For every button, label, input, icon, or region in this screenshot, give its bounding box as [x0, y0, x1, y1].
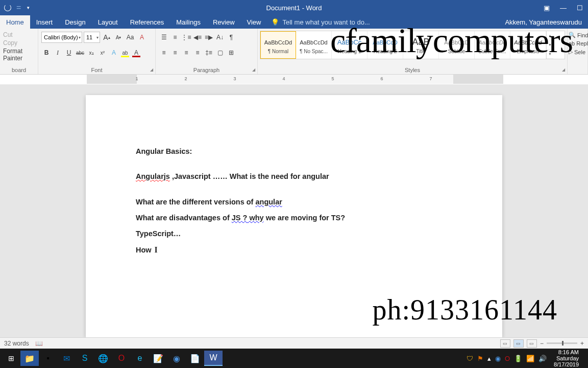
- increase-indent-button[interactable]: ≡▶: [204, 32, 214, 43]
- word-count[interactable]: 32 words: [4, 340, 29, 347]
- horizontal-ruler[interactable]: 1 2 3 4 5 6 7: [87, 75, 503, 84]
- subscript-button[interactable]: x₂: [86, 47, 96, 58]
- tab-references[interactable]: References: [124, 15, 170, 29]
- taskbar-notes[interactable]: 📝: [149, 351, 167, 366]
- tab-view[interactable]: View: [241, 15, 267, 29]
- justify-button[interactable]: ≡: [192, 47, 203, 58]
- text-effects-button[interactable]: A: [109, 47, 119, 58]
- tray-volume-icon[interactable]: 🔊: [538, 355, 547, 362]
- style-heading1[interactable]: AaBbCcHeading 1: [332, 31, 368, 59]
- sort-button[interactable]: A↓: [215, 32, 225, 43]
- font-dialog-launcher[interactable]: ◢: [150, 67, 153, 72]
- tab-layout[interactable]: Layout: [92, 15, 124, 29]
- taskbar-outlook[interactable]: ✉: [57, 351, 76, 366]
- shrink-font-button[interactable]: A▾: [113, 32, 124, 43]
- read-mode-button[interactable]: ▭: [500, 339, 510, 348]
- qat-customize[interactable]: ▼: [26, 6, 30, 10]
- numbering-button[interactable]: ≡: [170, 32, 180, 43]
- proofing-icon[interactable]: 📖: [35, 340, 43, 347]
- taskbar-skype[interactable]: S: [76, 351, 94, 366]
- align-left-button[interactable]: ≡: [159, 47, 169, 58]
- font-name-select[interactable]: Calibri (Body): [41, 32, 82, 43]
- tab-review[interactable]: Review: [207, 15, 241, 29]
- style-heading2[interactable]: AaBbCcDHeading 2: [368, 31, 403, 59]
- style-title[interactable]: AaBTitle: [403, 31, 439, 59]
- bold-button[interactable]: B: [41, 47, 52, 58]
- doc-line-1[interactable]: Angular Basics:: [136, 146, 452, 156]
- tray-network-icon[interactable]: 📶: [526, 355, 534, 362]
- find-button[interactable]: 🔍Find: [569, 31, 586, 39]
- doc-line-6[interactable]: HowI: [136, 244, 452, 256]
- zoom-in-button[interactable]: +: [580, 340, 584, 347]
- format-painter-button[interactable]: Format Painter: [3, 47, 35, 62]
- tray-clock[interactable]: 8:16 AM Saturday 8/17/2019: [551, 349, 582, 367]
- zoom-slider[interactable]: [547, 342, 577, 344]
- paragraph-dialog-launcher[interactable]: ◢: [252, 67, 255, 72]
- minimize-button[interactable]: —: [560, 4, 567, 12]
- font-size-select[interactable]: 11: [84, 32, 100, 43]
- style-subtle-em[interactable]: AaBbCcDdSubtle Em...: [475, 31, 510, 59]
- user-name[interactable]: Akkem, Yaganteeswarudu: [505, 15, 588, 29]
- doc-line-4[interactable]: What are disadvantages of JS ? why we ar…: [136, 213, 452, 223]
- copy-button[interactable]: Copy: [3, 39, 35, 47]
- style-normal[interactable]: AaBbCcDd¶ Normal: [260, 31, 296, 59]
- taskbar-ie[interactable]: e: [131, 351, 149, 366]
- taskbar-chrome[interactable]: 🌐: [94, 351, 112, 366]
- styles-more-button[interactable]: ▼: [547, 50, 553, 59]
- tray-up-icon[interactable]: ▴: [487, 355, 491, 362]
- print-layout-button[interactable]: ▭: [513, 339, 524, 348]
- styles-up-button[interactable]: ▲: [547, 31, 553, 40]
- tab-mailings[interactable]: Mailings: [170, 15, 207, 29]
- style-no-spacing[interactable]: AaBbCcDd¶ No Spac...: [296, 31, 332, 59]
- tray-shield-icon[interactable]: 🛡: [467, 355, 473, 362]
- tell-me-search[interactable]: 💡 Tell me what you want to do...: [271, 15, 370, 29]
- font-color-button[interactable]: A: [131, 47, 141, 58]
- zoom-out-button[interactable]: −: [540, 340, 544, 347]
- tray-app-icon[interactable]: ◉: [495, 355, 501, 362]
- maximize-button[interactable]: ☐: [577, 4, 583, 12]
- styles-down-button[interactable]: ▼: [547, 40, 553, 50]
- multilevel-button[interactable]: ⋮≡: [181, 32, 191, 43]
- document-page[interactable]: Angular Basics: Angularjs ,Javascript ………: [86, 95, 502, 337]
- align-right-button[interactable]: ≡: [181, 47, 191, 58]
- style-subtitle[interactable]: AaBbCcDSubtitle: [439, 31, 475, 59]
- style-emphasis[interactable]: AaBbCcDdEmphasis: [510, 31, 546, 59]
- select-button[interactable]: ▷Sele: [569, 48, 586, 56]
- document-area[interactable]: Angular Basics: Angularjs ,Javascript ………: [0, 85, 588, 337]
- tab-insert[interactable]: Insert: [30, 15, 59, 29]
- bullets-button[interactable]: ☰: [159, 32, 169, 43]
- italic-button[interactable]: I: [53, 47, 63, 58]
- shading-button[interactable]: ▢: [215, 47, 225, 58]
- replace-button[interactable]: abRepl: [569, 39, 586, 48]
- taskbar-app2[interactable]: 📄: [186, 351, 204, 366]
- underline-button[interactable]: U: [64, 47, 74, 58]
- tab-home[interactable]: Home: [0, 15, 30, 29]
- clear-format-button[interactable]: A: [137, 32, 147, 43]
- tab-design[interactable]: Design: [59, 15, 91, 29]
- ribbon-display-icon[interactable]: ▣: [544, 4, 550, 12]
- line-spacing-button[interactable]: ‡≡: [204, 47, 214, 58]
- tray-flag-icon[interactable]: ⚑: [477, 355, 483, 362]
- grow-font-button[interactable]: A▴: [102, 32, 112, 43]
- highlight-button[interactable]: ab: [120, 47, 130, 58]
- change-case-button[interactable]: Aa: [125, 32, 135, 43]
- decrease-indent-button[interactable]: ◀≡: [192, 32, 203, 43]
- align-center-button[interactable]: ≡: [170, 47, 180, 58]
- taskbar-file-explorer[interactable]: 📁: [20, 351, 39, 366]
- taskbar-app1[interactable]: ◉: [167, 351, 186, 366]
- doc-line-5[interactable]: TypeScript…: [136, 228, 452, 239]
- borders-button[interactable]: ⊞: [226, 47, 236, 58]
- doc-line-2[interactable]: Angularjs ,Javascript …… What is the nee…: [136, 171, 452, 181]
- start-button[interactable]: ⊞: [2, 351, 20, 366]
- taskbar-opera[interactable]: O: [112, 351, 131, 366]
- web-layout-button[interactable]: ▭: [527, 339, 537, 348]
- doc-line-3[interactable]: What are the different versions of angul…: [136, 197, 452, 207]
- taskbar-word[interactable]: W: [204, 351, 223, 366]
- cut-button[interactable]: Cut: [3, 31, 35, 39]
- refresh-icon[interactable]: [4, 4, 11, 11]
- styles-dialog-launcher[interactable]: ◢: [562, 67, 565, 72]
- tray-battery-icon[interactable]: 🔋: [514, 355, 522, 362]
- strike-button[interactable]: abc: [75, 47, 85, 58]
- tray-opera-icon[interactable]: O: [505, 355, 510, 362]
- taskbar-cmd[interactable]: ▪: [39, 351, 57, 366]
